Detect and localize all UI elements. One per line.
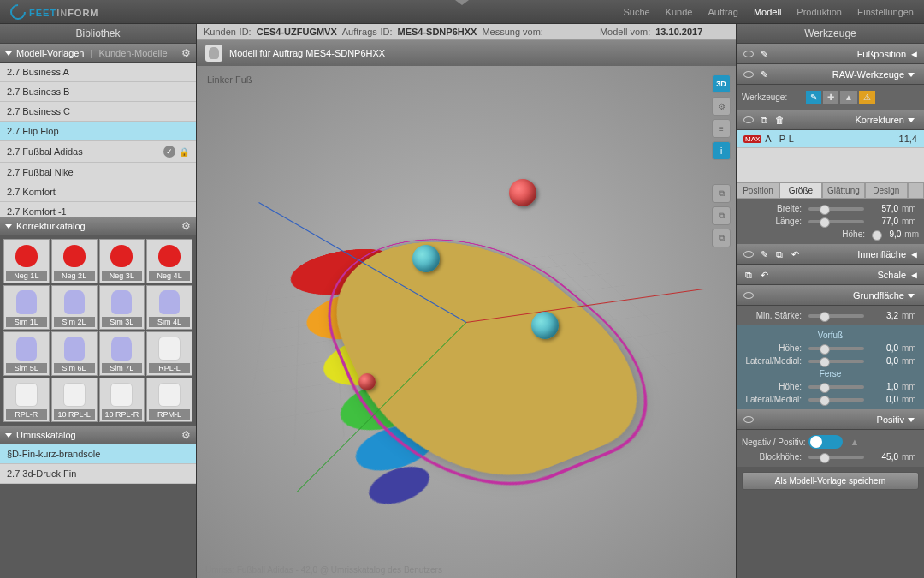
catalog-item[interactable]: Sim 5L <box>3 331 50 376</box>
breite-slider[interactable] <box>808 207 864 211</box>
catalog-item[interactable]: Neg 2L <box>51 239 98 283</box>
fe-hoehe-slider[interactable] <box>808 385 864 389</box>
copy-icon[interactable]: ⧉ <box>773 247 786 261</box>
layers-icon[interactable]: ≡ <box>712 119 731 138</box>
vf-hoehe-slider[interactable] <box>808 347 864 350</box>
catalog-item[interactable]: 10 RPL-R <box>99 378 145 422</box>
correction-tabs: Position Größe Glättung Design <box>737 182 924 199</box>
catalog-item[interactable]: RPL-L <box>146 331 192 376</box>
catalog-item[interactable]: Sim 1L <box>3 285 50 330</box>
section-raw[interactable]: ✎ RAW-Werkzeuge <box>737 64 924 85</box>
catalog-item[interactable]: Sim 2L <box>51 285 98 330</box>
nav-modell[interactable]: Modell <box>754 7 781 17</box>
gear-icon[interactable]: ⚙ <box>181 220 191 232</box>
tab-design[interactable]: Design <box>865 182 908 199</box>
catalog-item[interactable]: Sim 3L <box>99 285 145 330</box>
trash-icon[interactable]: 🗑 <box>773 113 786 127</box>
list-item[interactable]: 2.7 Fußbal Adidas✓🔒 <box>0 141 196 163</box>
eye-icon[interactable] <box>742 113 755 127</box>
eye-icon[interactable] <box>742 68 755 81</box>
correction-catalog: Neg 1LNeg 2LNeg 3LNeg 4LSim 1LSim 2LSim … <box>0 235 196 426</box>
view-3d-button[interactable]: 3D <box>712 74 731 93</box>
copy-icon[interactable]: ⧉ <box>742 268 755 282</box>
max-badge: MAX <box>743 135 761 143</box>
section-korrekturkatalog[interactable]: Korrekturkatalog ⚙ <box>0 217 196 235</box>
section-grundflaeche[interactable]: Grundfläche <box>737 285 924 306</box>
catalog-item[interactable]: RPM-L <box>146 378 192 422</box>
section-korrekturen[interactable]: ⧉ 🗑 Korrekturen <box>737 110 924 130</box>
wrench-icon[interactable]: ✎ <box>757 47 771 61</box>
copy-icon[interactable]: ⧉ <box>712 229 731 247</box>
negpos-toggle[interactable] <box>808 435 843 449</box>
copy-icon[interactable]: ⧉ <box>757 113 771 127</box>
catalog-item[interactable]: Neg 3L <box>99 239 145 283</box>
catalog-item[interactable]: 10 RPL-L <box>51 378 98 422</box>
chevron-down-icon <box>908 418 915 422</box>
nav-kunde[interactable]: Kunde <box>666 7 693 17</box>
info-icon[interactable]: i <box>712 141 731 160</box>
wrench-icon[interactable]: ✎ <box>757 68 771 81</box>
nav-produktion[interactable]: Produktion <box>797 7 842 17</box>
catalog-item[interactable]: Sim 4L <box>146 285 192 330</box>
list-item[interactable]: 2.7 Komfort <box>0 182 196 202</box>
eye-icon[interactable] <box>742 247 755 261</box>
eye-icon[interactable] <box>742 413 755 426</box>
eye-icon[interactable] <box>742 47 755 61</box>
list-item[interactable]: §D-Fin-kurz-brandsole <box>0 444 196 464</box>
tool-btn[interactable]: ⚠ <box>858 90 876 104</box>
list-item[interactable]: 2.7 Business A <box>0 63 196 82</box>
vf-lm-slider[interactable] <box>808 360 864 363</box>
nav-suche[interactable]: Suche <box>623 7 649 17</box>
section-positiv[interactable]: Positiv <box>737 409 924 430</box>
copy-icon[interactable]: ⧉ <box>712 206 731 225</box>
tool-btn[interactable]: ✚ <box>822 90 839 104</box>
tool-btn[interactable]: ▲ <box>839 90 858 104</box>
section-umrisskatalog[interactable]: Umrisskatalog ⚙ <box>0 426 196 444</box>
chevron-down-icon <box>908 118 915 122</box>
undo-icon[interactable]: ↶ <box>788 247 802 261</box>
gear-icon[interactable]: ⚙ <box>181 47 191 59</box>
nav-einstellungen[interactable]: Einstellungen <box>857 7 914 17</box>
blockhoehe-slider[interactable] <box>808 456 864 459</box>
check-icon: ✓ <box>163 146 175 158</box>
laenge-slider[interactable] <box>808 220 864 223</box>
minstaerke-slider[interactable] <box>808 314 864 318</box>
list-item[interactable]: 2.7 Komfort -1 <box>0 202 196 217</box>
save-template-button[interactable]: Als Modell-Vorlage speichern <box>742 472 919 490</box>
gear-icon[interactable]: ⚙ <box>712 97 731 116</box>
catalog-item[interactable]: Neg 4L <box>146 239 192 283</box>
chevron-left-icon: ◄ <box>909 270 919 280</box>
catalog-item[interactable]: Sim 6L <box>51 331 98 376</box>
info-bar: Kunden-ID:CES4-UZFUGMVX Auftrags-ID:MES4… <box>197 24 736 40</box>
gear-icon[interactable]: ⚙ <box>181 429 191 441</box>
section-modellvorlagen[interactable]: Modell-Vorlagen | Kunden-Modelle ⚙ <box>0 44 196 63</box>
tab-glaettung[interactable]: Glättung <box>822 182 865 199</box>
tools-sidebar: Werkzeuge ✎ Fußposition ◄ ✎ RAW-Werkzeug… <box>736 24 924 578</box>
tab-groesse[interactable]: Größe <box>779 182 822 199</box>
correction-row[interactable]: MAX A - P-L 11,4 <box>737 130 924 148</box>
copy-icon[interactable]: ⧉ <box>712 184 731 203</box>
list-item[interactable]: 2.7 Flip Flop <box>0 122 196 141</box>
tool-btn[interactable]: ✎ <box>805 90 822 104</box>
list-item[interactable]: 2.7 Business C <box>0 102 196 122</box>
catalog-item[interactable]: RPL-R <box>3 378 50 422</box>
list-item[interactable]: 2.7 Business B <box>0 82 196 102</box>
list-item[interactable]: 2.7 3d-Druck Fin <box>0 464 196 484</box>
raw-tools-body: Werkzeuge: ✎ ✚ ▲ ⚠ <box>737 85 924 110</box>
section-fussposition[interactable]: ✎ Fußposition ◄ <box>737 44 924 64</box>
list-item[interactable]: 2.7 Fußbal Nike <box>0 163 196 182</box>
nav-auftrag[interactable]: Auftrag <box>708 7 737 17</box>
eye-icon[interactable] <box>742 289 755 302</box>
library-title: Bibliothek <box>0 24 196 44</box>
undo-icon[interactable]: ↶ <box>757 268 771 282</box>
fe-lm-slider[interactable] <box>808 398 864 402</box>
viewport-3d[interactable]: Linker Fuß 3D ⚙ ≡ i ⧉ ⧉ ⧉ Umriss <box>197 66 736 578</box>
section-innenflaeche[interactable]: ✎ ⧉ ↶ Innenfläche ◄ <box>737 244 924 265</box>
wrench-icon[interactable]: ✎ <box>757 247 771 261</box>
catalog-item[interactable]: Neg 1L <box>3 239 50 283</box>
tab-more[interactable] <box>908 182 924 199</box>
chevron-down-icon <box>5 51 12 56</box>
tab-position[interactable]: Position <box>737 182 779 199</box>
section-schale[interactable]: ⧉ ↶ Schale ◄ <box>737 265 924 285</box>
catalog-item[interactable]: Sim 7L <box>99 331 145 376</box>
